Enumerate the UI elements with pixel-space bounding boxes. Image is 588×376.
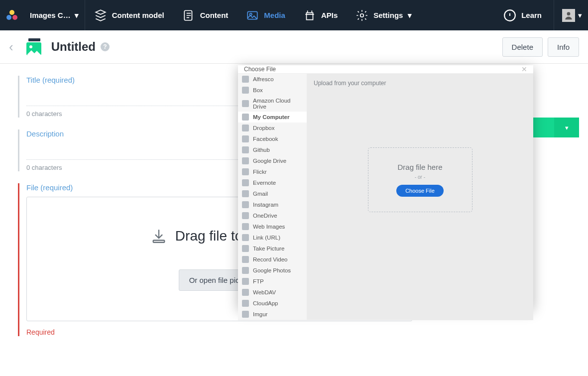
source-item[interactable]: Flickr (238, 166, 307, 177)
info-button[interactable]: Info (548, 37, 579, 57)
choose-file-button[interactable]: Choose File (396, 185, 444, 197)
help-icon[interactable]: ? (101, 42, 110, 51)
source-label: Link (URL) (253, 235, 280, 241)
source-item[interactable]: Box (238, 85, 307, 96)
source-icon (242, 146, 249, 153)
source-icon (242, 300, 249, 307)
source-icon (242, 278, 249, 285)
source-icon (242, 157, 249, 164)
source-icon (242, 87, 249, 94)
source-label: My Computer (253, 114, 289, 120)
user-menu[interactable]: ▾ (562, 9, 582, 22)
nav-settings[interactable]: Settings ▾ (347, 9, 421, 22)
source-icon (242, 267, 249, 274)
svg-point-6 (360, 13, 364, 17)
nav-label: APIs (321, 11, 338, 19)
delete-button[interactable]: Delete (502, 37, 543, 57)
source-item[interactable]: Web Images (238, 221, 307, 232)
source-item[interactable]: Facebook (238, 133, 307, 144)
source-item[interactable]: Instagram (238, 199, 307, 210)
nav-media[interactable]: Media (237, 9, 294, 22)
upload-hint: Upload from your computer (307, 74, 533, 93)
chevron-down-icon: ▾ (408, 11, 412, 20)
logo-icon[interactable] (0, 9, 24, 22)
char-count: 0 characters (26, 110, 62, 118)
back-button[interactable]: ‹ (9, 39, 13, 55)
svg-point-11 (29, 45, 32, 48)
source-icon (242, 114, 249, 121)
source-label: Take Picture (253, 246, 284, 251)
source-item[interactable]: Amazon Cloud Drive (238, 96, 307, 112)
source-label: Gmail (253, 191, 268, 197)
page-header: ‹ Untitled ? Delete Info (0, 30, 588, 64)
source-label: WebDAV (253, 289, 276, 295)
source-item[interactable]: Take Picture (238, 243, 307, 254)
source-icon (242, 190, 249, 197)
source-label: Amazon Cloud Drive (253, 98, 303, 110)
source-list: AlfrescoBoxAmazon Cloud DriveMy Computer… (238, 74, 307, 320)
source-icon (242, 125, 249, 131)
char-count: 0 characters (26, 164, 62, 171)
svg-point-1 (6, 15, 11, 20)
nav-content-model[interactable]: Content model (85, 9, 173, 22)
page-title: Untitled (51, 40, 96, 54)
source-icon (242, 256, 249, 263)
nav-learn[interactable]: Learn (499, 9, 546, 22)
svg-point-0 (9, 10, 14, 15)
source-item[interactable]: OneDrive (238, 210, 307, 221)
source-icon (242, 311, 249, 318)
source-item[interactable]: My Computer (238, 112, 307, 123)
source-item[interactable]: Google Photos (238, 265, 307, 276)
or-text: - or - (415, 174, 425, 180)
source-icon (242, 245, 249, 252)
source-label: Record Video (253, 256, 287, 262)
nav-label: Content (200, 11, 229, 19)
error-message: Required (26, 328, 412, 336)
svg-rect-12 (153, 240, 165, 242)
source-item[interactable]: Imgur (238, 309, 307, 320)
source-item[interactable]: Github (238, 144, 307, 155)
source-icon (242, 168, 249, 175)
source-icon (242, 100, 249, 107)
source-label: Web Images (253, 224, 285, 230)
chevron-down-icon: ▾ (75, 11, 79, 20)
drop-text: Drag file here (397, 163, 442, 171)
svg-point-8 (567, 12, 571, 15)
source-item[interactable]: Evernote (238, 177, 307, 188)
source-icon (242, 76, 249, 83)
source-label: Imgur (253, 311, 267, 317)
close-icon[interactable]: ✕ (521, 65, 527, 73)
divider (554, 0, 554, 30)
source-item[interactable]: Record Video (238, 254, 307, 265)
source-item[interactable]: Alfresco (238, 74, 307, 85)
source-item[interactable]: FTP (238, 276, 307, 287)
space-selector[interactable]: Images C… ▾ (24, 11, 85, 20)
modal-footer (238, 320, 533, 320)
nav-label: Learn (521, 11, 542, 19)
source-item[interactable]: Link (URL) (238, 232, 307, 243)
source-label: OneDrive (253, 213, 277, 219)
source-item[interactable]: CloudApp (238, 298, 307, 309)
source-label: Box (253, 87, 263, 93)
source-item[interactable]: Google Drive (238, 155, 307, 166)
source-label: CloudApp (253, 300, 278, 306)
publish-dropdown-button[interactable]: ▾ (554, 118, 579, 137)
modal-title: Choose File (244, 66, 276, 73)
modal-dropzone[interactable]: Drag file here - or - Choose File (368, 147, 472, 212)
source-label: Alfresco (253, 76, 274, 82)
download-icon (150, 228, 167, 245)
source-label: Evernote (253, 180, 276, 186)
top-nav: Images C… ▾ Content model Content Media … (0, 0, 588, 30)
source-label: Instagram (253, 202, 278, 208)
nav-apis[interactable]: APIs (294, 9, 347, 22)
source-icon (242, 135, 249, 142)
space-name: Images C… (30, 11, 71, 19)
filepicker-modal: Choose File ✕ AlfrescoBoxAmazon Cloud Dr… (238, 65, 533, 309)
chevron-down-icon: ▾ (565, 124, 569, 131)
source-item[interactable]: Gmail (238, 188, 307, 199)
source-item[interactable]: Dropbox (238, 123, 307, 133)
nav-content[interactable]: Content (173, 9, 237, 22)
nav-label: Settings (373, 11, 403, 19)
source-item[interactable]: WebDAV (238, 287, 307, 298)
asset-type-icon (23, 36, 44, 57)
